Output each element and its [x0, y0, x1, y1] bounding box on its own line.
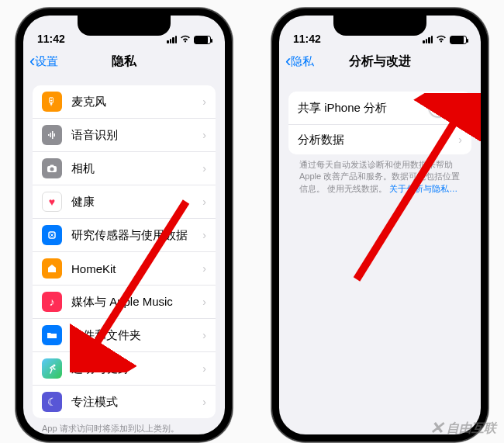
row-label: 媒体与 Apple Music — [71, 295, 173, 310]
row-microphone[interactable]: 🎙 麦克风 › — [33, 85, 216, 119]
row-files[interactable]: 文件和文件夹 › — [33, 319, 216, 352]
chevron-right-icon: › — [202, 362, 206, 375]
chevron-right-icon: › — [202, 229, 206, 241]
chevron-right-icon: › — [202, 196, 206, 208]
row-label: 文件和文件夹 — [71, 328, 141, 343]
camera-icon — [42, 158, 62, 178]
row-label: 共享 iPhone 分析 — [298, 101, 387, 116]
fitness-icon — [42, 358, 62, 379]
watermark-x-icon: ✕ — [430, 418, 444, 438]
battery-icon — [450, 36, 467, 44]
back-button[interactable]: ‹ 隐私 — [279, 53, 314, 70]
homekit-icon — [42, 258, 62, 279]
group-footnote: App 请求访问时将添加到以上类别。 — [33, 418, 216, 434]
back-label: 设置 — [35, 54, 58, 69]
row-label: 语音识别 — [71, 128, 118, 143]
back-button[interactable]: ‹ 设置 — [23, 53, 58, 70]
focus-icon: ☾ — [42, 392, 62, 412]
row-analytics-data[interactable]: 分析数据 › — [288, 125, 471, 154]
settings-list: 🎙 麦克风 › 语音识别 › — [23, 85, 225, 434]
row-focus[interactable]: ☾ 专注模式 › — [33, 386, 216, 418]
speech-icon — [42, 125, 62, 145]
row-camera[interactable]: 相机 › — [33, 152, 216, 185]
row-speech[interactable]: 语音识别 › — [33, 119, 216, 152]
chevron-left-icon: ‹ — [285, 53, 291, 70]
status-right — [167, 34, 211, 45]
row-label: 麦克风 — [71, 95, 106, 109]
watermark-text: 自由互联 — [447, 421, 496, 437]
settings-list: 共享 iPhone 分析 分析数据 › 通过每天自动发送诊断和使用数据来帮助 A… — [279, 92, 481, 199]
row-label: 专注模式 — [71, 395, 118, 410]
group-privacy-items: 🎙 麦克风 › 语音识别 › — [33, 85, 216, 418]
screen-left: 11:42 ‹ 设置 隐私 🎙 — [23, 16, 225, 434]
row-label: 运动与健身 — [71, 362, 129, 376]
row-media[interactable]: ♪ 媒体与 Apple Music › — [33, 286, 216, 319]
row-share-analytics[interactable]: 共享 iPhone 分析 — [288, 92, 471, 125]
nav-bar: ‹ 隐私 分析与改进 — [279, 47, 481, 76]
status-right — [423, 34, 467, 45]
svg-point-8 — [54, 365, 56, 367]
row-label: HomeKit — [71, 262, 116, 275]
svg-rect-3 — [54, 133, 56, 137]
notch — [333, 16, 426, 36]
status-time: 11:42 — [293, 33, 321, 45]
row-homekit[interactable]: HomeKit › — [33, 252, 216, 286]
phone-left: 11:42 ‹ 设置 隐私 🎙 — [16, 8, 233, 442]
folder-icon — [42, 325, 62, 345]
toggle-knob — [430, 99, 447, 116]
music-icon: ♪ — [42, 292, 62, 312]
watermark: ✕ 自由互联 — [430, 418, 496, 438]
desc-suffix: 使用无线数据。 — [327, 184, 387, 193]
research-icon — [42, 225, 62, 245]
notch — [78, 16, 171, 36]
chevron-right-icon: › — [202, 129, 206, 141]
row-research[interactable]: 研究传感器与使用数据 › — [33, 219, 216, 252]
svg-rect-2 — [52, 131, 54, 139]
wifi-icon — [436, 34, 447, 45]
row-label: 研究传感器与使用数据 — [71, 228, 188, 243]
row-label: 相机 — [71, 161, 95, 176]
svg-rect-1 — [50, 133, 52, 137]
row-label: 分析数据 — [298, 133, 344, 147]
chevron-right-icon: › — [202, 262, 206, 275]
status-time: 11:42 — [37, 33, 65, 45]
health-icon: ♥ — [42, 192, 62, 212]
signal-icon — [167, 36, 177, 43]
row-label: 健康 — [71, 195, 95, 209]
svg-point-5 — [50, 168, 54, 171]
back-label: 隐私 — [291, 54, 314, 69]
microphone-icon: 🎙 — [42, 92, 62, 112]
chevron-right-icon: › — [202, 162, 206, 175]
chevron-right-icon: › — [202, 396, 206, 408]
signal-icon — [423, 36, 433, 43]
toggle-share-analytics[interactable] — [428, 98, 462, 118]
chevron-right-icon: › — [202, 95, 206, 108]
phone-right: 11:42 ‹ 隐私 分析与改进 共 — [271, 8, 488, 442]
nav-bar: ‹ 设置 隐私 — [23, 47, 225, 76]
chevron-right-icon: › — [458, 133, 462, 146]
svg-rect-6 — [50, 165, 54, 168]
row-health[interactable]: ♥ 健康 › — [33, 185, 216, 219]
chevron-left-icon: ‹ — [29, 53, 35, 70]
wifi-icon — [180, 34, 191, 45]
chevron-right-icon: › — [202, 296, 206, 308]
screen-right: 11:42 ‹ 隐私 分析与改进 共 — [279, 16, 481, 434]
row-fitness[interactable]: 运动与健身 › — [33, 352, 216, 386]
chevron-right-icon: › — [202, 329, 206, 341]
svg-rect-0 — [48, 134, 50, 136]
description-text: 通过每天自动发送诊断和使用数据来帮助 Apple 改善产品和服务。数据可能包括位… — [288, 154, 471, 199]
battery-icon — [194, 36, 211, 44]
group-share-analytics: 共享 iPhone 分析 分析数据 › — [288, 92, 471, 154]
desc-link[interactable]: 关于分析与隐私… — [389, 184, 457, 193]
